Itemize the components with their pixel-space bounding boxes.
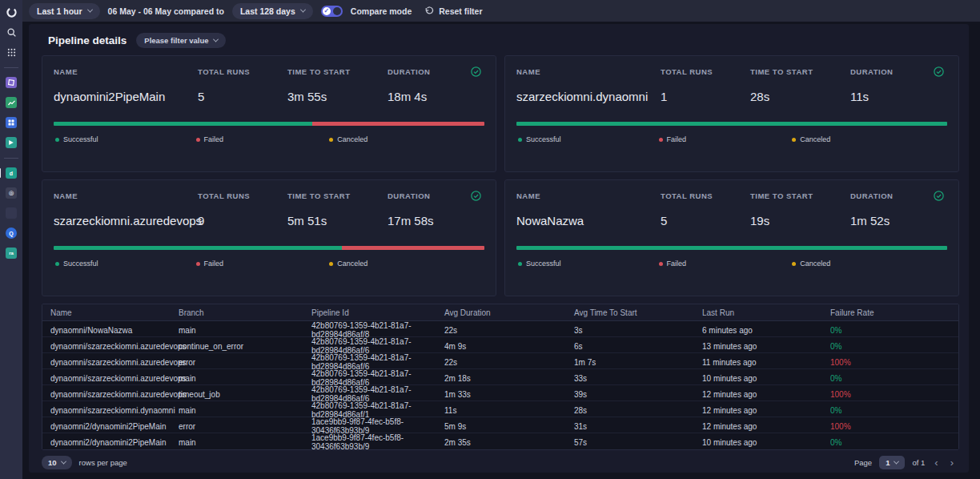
green-chart-plugin-icon[interactable] xyxy=(5,96,18,109)
pipeline-card: NAME TOTAL RUNS TIME TO START DURATION d… xyxy=(42,55,496,172)
card-header-row: NAME TOTAL RUNS TIME TO START DURATION xyxy=(54,190,484,202)
card-col-name: NAME xyxy=(54,191,198,200)
gray-circle-plugin-icon[interactable]: ◎ xyxy=(5,187,18,199)
col-header-last-run[interactable]: Last Run xyxy=(702,308,830,317)
col-header-failure-rate[interactable]: Failure Rate xyxy=(830,308,958,317)
legend-failed[interactable]: Failed xyxy=(196,135,224,143)
reset-filter-label: Reset filter xyxy=(439,6,482,16)
apps-grid-icon[interactable] xyxy=(5,46,18,58)
cell-failure-rate: 0% xyxy=(830,406,958,415)
table-row[interactable]: dynaomni/szarzeckiomni.azuredevops conti… xyxy=(42,337,958,353)
blue-q-plugin-icon[interactable]: Q xyxy=(5,227,18,240)
teal-ra-plugin-icon[interactable]: ra xyxy=(5,247,18,260)
cell-avg-duration: 11s xyxy=(444,406,574,415)
pipeline-name: szarzeckiomni.azuredevops xyxy=(54,214,198,227)
cell-name: dynaomni/NowaNazwa xyxy=(50,326,179,335)
time-to-start-value: 28s xyxy=(750,90,850,103)
cell-name: dynaomni2/dynaomini2PipeMain xyxy=(50,422,179,431)
legend-failed[interactable]: Failed xyxy=(659,260,687,268)
col-header-avg-time-to-start[interactable]: Avg Time To Start xyxy=(574,308,702,317)
total-runs-value: 5 xyxy=(661,214,750,227)
cell-avg-time-to-start: 31s xyxy=(574,422,702,431)
reset-filter-button[interactable]: Reset filter xyxy=(424,6,482,16)
chevron-down-icon xyxy=(61,459,66,465)
cell-pipeline-id: 1ace9bb9-9f87-4fec-b5f8-30436f63b93b/9 xyxy=(311,433,444,451)
next-page-button[interactable]: › xyxy=(948,457,956,469)
cell-pipeline-id: 42b80769-1359-4b21-81a7-bd28984d86af/8 xyxy=(311,321,444,339)
page-number-dropdown[interactable]: 1 xyxy=(879,456,905,469)
compare-mode-toggle[interactable]: ✓ xyxy=(321,6,343,17)
card-col-name: NAME xyxy=(54,67,198,76)
time-range-dropdown[interactable]: Last 1 hour xyxy=(29,3,100,19)
cell-avg-time-to-start: 57s xyxy=(574,438,702,447)
cell-failure-rate: 100% xyxy=(830,422,958,431)
canceled-dot-icon xyxy=(792,262,796,266)
legend-canceled[interactable]: Canceled xyxy=(329,260,368,268)
page-number-value: 1 xyxy=(886,458,890,467)
cell-branch: main xyxy=(179,406,311,415)
cell-avg-time-to-start: 3s xyxy=(574,326,702,335)
compare-range-text: 06 May - 06 May compared to xyxy=(108,6,224,16)
table-row[interactable]: dynaomni2/dynaomini2PipeMain main 1ace9b… xyxy=(42,433,958,449)
panel-health-check-icon[interactable] xyxy=(933,66,945,78)
cell-pipeline-id: 1ace9bb9-9f87-4fec-b5f8-30436f63b93b/9 xyxy=(311,417,444,435)
table-row[interactable]: dynaomni/szarzeckiomni.azuredevops main … xyxy=(42,369,958,385)
legend-successful[interactable]: Successful xyxy=(55,260,98,268)
cell-name: dynaomni/szarzeckiomni.azuredevops xyxy=(50,358,179,367)
rows-per-page-dropdown[interactable]: 10 xyxy=(42,456,72,469)
cell-avg-duration: 1m 33s xyxy=(444,390,574,399)
cell-last-run: 11 minutes ago xyxy=(702,358,830,367)
cell-pipeline-id: 42b80769-1359-4b21-81a7-bd28984d86af/1 xyxy=(311,401,444,419)
card-col-time-to-start: TIME TO START xyxy=(287,67,388,76)
col-header-name[interactable]: Name xyxy=(50,308,179,317)
legend-successful[interactable]: Successful xyxy=(55,135,98,143)
card-values-row: szarzeckiomni.azuredevops 9 5m 51s 17m 5… xyxy=(54,214,484,227)
legend-canceled[interactable]: Canceled xyxy=(792,260,830,268)
col-header-avg-duration[interactable]: Avg Duration xyxy=(444,308,574,317)
search-icon[interactable] xyxy=(5,26,18,38)
cell-name: dynaomni/szarzeckiomni.dynaomni xyxy=(50,406,179,415)
compare-range-dropdown[interactable]: Last 128 days xyxy=(232,3,313,19)
prev-page-button[interactable]: ‹ xyxy=(932,457,940,469)
blue-grid-plugin-icon[interactable] xyxy=(5,116,18,129)
duration-value: 17m 58s xyxy=(388,214,470,227)
cell-avg-time-to-start: 28s xyxy=(574,406,702,415)
col-header-branch[interactable]: Branch xyxy=(179,308,311,317)
card-col-duration: DURATION xyxy=(388,67,470,76)
table-row[interactable]: dynaomni/szarzeckiomni.azuredevops timeo… xyxy=(42,385,958,401)
legend-failed[interactable]: Failed xyxy=(659,135,687,143)
table-row[interactable]: dynaomni/NowaNazwa main 42b80769-1359-4b… xyxy=(42,321,958,337)
panel-health-check-icon[interactable] xyxy=(470,66,482,78)
legend-canceled[interactable]: Canceled xyxy=(792,135,830,143)
legend-successful[interactable]: Successful xyxy=(518,260,561,268)
success-bar-segment xyxy=(54,122,312,126)
pager: Page 1 of 1 ‹ › xyxy=(854,456,956,469)
pipelines-table: Name Branch Pipeline Id Avg Duration Avg… xyxy=(42,304,959,450)
col-header-pipeline-id[interactable]: Pipeline Id xyxy=(311,308,444,317)
toggle-knob xyxy=(333,7,341,15)
canceled-dot-icon xyxy=(329,262,333,266)
cell-pipeline-id: 42b80769-1359-4b21-81a7-bd28984d86af/6 xyxy=(311,385,444,403)
total-runs-value: 5 xyxy=(198,90,287,103)
panel-health-check-icon[interactable] xyxy=(470,190,482,202)
legend-failed[interactable]: Failed xyxy=(196,260,224,268)
legend-successful[interactable]: Successful xyxy=(518,135,561,143)
card-col-time-to-start: TIME TO START xyxy=(750,191,850,200)
pipeline-name: NowaNazwa xyxy=(516,214,661,227)
grafana-logo[interactable] xyxy=(5,6,18,18)
pipeline-card: NAME TOTAL RUNS TIME TO START DURATION s… xyxy=(42,179,496,296)
table-row[interactable]: dynaomni2/dynaomini2PipeMain error 1ace9… xyxy=(42,417,958,433)
panel-health-check-icon[interactable] xyxy=(933,190,945,202)
success-bar-segment xyxy=(516,246,947,250)
cell-name: dynaomni/szarzeckiomni.azuredevops xyxy=(50,374,179,383)
status-bar xyxy=(516,246,947,250)
gray-square-plugin-icon[interactable] xyxy=(5,207,18,219)
teal-shapes-plugin-icon[interactable] xyxy=(5,136,18,149)
purple-cube-plugin-icon[interactable] xyxy=(5,76,18,89)
legend-canceled[interactable]: Canceled xyxy=(329,135,368,143)
filter-value-dropdown[interactable]: Please filter value xyxy=(136,33,225,48)
table-row[interactable]: dynaomni/szarzeckiomni.dynaomni main 42b… xyxy=(42,401,958,417)
teal-d-plugin-icon-active[interactable]: d xyxy=(5,167,18,179)
table-row[interactable]: dynaomni/szarzeckiomni.azuredevops error… xyxy=(42,353,958,369)
card-col-total-runs: TOTAL RUNS xyxy=(198,67,287,76)
